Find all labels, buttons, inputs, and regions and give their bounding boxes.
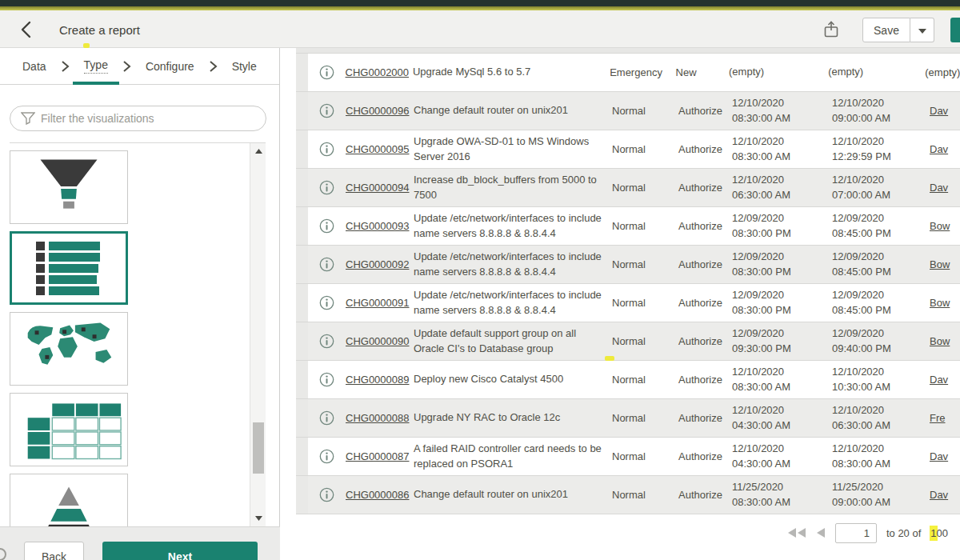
record-number-link[interactable]: CHG0000088 <box>346 412 410 424</box>
cell-assigned-to: Fre <box>930 412 960 424</box>
cell-info <box>308 334 346 350</box>
table-row: CHG0000093 Update /etc/network/interface… <box>296 207 960 246</box>
record-info-button[interactable] <box>319 487 335 503</box>
record-number-link[interactable]: CHG0000096 <box>346 105 410 117</box>
table-row: CHG0000092 Update /etc/network/interface… <box>296 246 960 284</box>
cell-number: CHG0000094 <box>346 182 414 194</box>
viz-type-map[interactable] <box>10 312 128 386</box>
record-number-link[interactable]: CHG0000091 <box>346 297 410 309</box>
assigned-to-link[interactable]: Dav <box>930 489 948 501</box>
cell-priority: Normal <box>612 297 678 309</box>
save-options-button[interactable] <box>910 18 934 42</box>
assigned-to-link[interactable]: Bow <box>930 335 950 347</box>
page-title: Create a report <box>59 23 140 37</box>
info-icon <box>319 295 334 310</box>
viz-type-table[interactable] <box>10 393 128 466</box>
step-style[interactable]: Style <box>232 60 257 73</box>
chevron-down-icon <box>918 29 926 34</box>
record-info-button[interactable] <box>319 218 335 234</box>
cell-priority: Normal <box>612 220 678 232</box>
cell-planned-end-date: 12/10/2020 06:30:00 AM <box>832 403 930 434</box>
record-number-link[interactable]: CHG0000087 <box>346 450 410 462</box>
cell-number: CHG0000093 <box>346 220 414 232</box>
row-lead-strip <box>296 476 308 514</box>
assigned-to-link[interactable]: Dav <box>930 143 948 155</box>
next-button[interactable]: Next <box>102 542 258 560</box>
share-button[interactable] <box>821 20 842 41</box>
cell-state: New <box>676 66 730 78</box>
page-number-input[interactable] <box>835 523 877 543</box>
record-info-button[interactable] <box>319 180 335 196</box>
record-info-button[interactable] <box>319 142 335 158</box>
filter-visualizations-input[interactable] <box>10 106 266 131</box>
cell-priority: Normal <box>612 105 678 117</box>
assigned-to-link[interactable]: Dav <box>930 182 948 194</box>
viz-type-list[interactable] <box>10 231 128 305</box>
first-page-button[interactable] <box>787 528 806 538</box>
triangle-up-icon <box>255 149 262 154</box>
assigned-to-link[interactable]: Bow <box>930 220 950 232</box>
back-button[interactable]: Back <box>24 542 84 560</box>
previous-page-button[interactable] <box>816 528 826 538</box>
record-number-link[interactable]: CHG0000092 <box>346 258 410 270</box>
save-button[interactable]: Save <box>862 18 910 42</box>
info-icon <box>319 218 334 234</box>
record-info-button[interactable] <box>319 334 335 350</box>
table-row: CHG0000089 Deploy new Cisco Catalyst 450… <box>296 361 960 399</box>
scrollbar-thumb[interactable] <box>253 422 264 474</box>
cell-number: CHG0000087 <box>346 450 414 462</box>
record-number-link[interactable]: CHG0000095 <box>346 143 410 155</box>
record-info-button[interactable] <box>318 65 334 81</box>
wizard-steps: Data Type Configure Style <box>0 48 279 85</box>
record-number-link[interactable]: CHG0000093 <box>346 220 410 232</box>
assigned-to-link[interactable]: Bow <box>930 297 950 309</box>
assigned-to-link[interactable]: Fre <box>930 412 946 424</box>
cell-state: Authorize <box>678 374 732 386</box>
cell-planned-start-date: 12/10/2020 08:30:00 AM <box>732 365 832 395</box>
cell-planned-end-date: (empty) <box>828 65 925 80</box>
run-button-partial[interactable] <box>950 18 960 42</box>
record-info-button[interactable] <box>319 410 335 426</box>
assigned-to-link[interactable]: Dav <box>930 450 948 462</box>
cell-priority: Normal <box>612 412 678 424</box>
step-data[interactable]: Data <box>22 60 46 73</box>
cell-info <box>308 142 346 158</box>
record-info-button[interactable] <box>319 372 335 388</box>
record-number-link[interactable]: CHG0000089 <box>346 374 410 386</box>
record-info-button[interactable] <box>319 103 335 119</box>
scroll-up-button[interactable] <box>250 145 266 158</box>
viz-type-funnel[interactable] <box>10 150 128 224</box>
info-icon <box>319 449 334 464</box>
assigned-to-link[interactable]: Dav <box>930 374 948 386</box>
pagination-bar: to 20 of 100 <box>296 518 960 547</box>
step-type[interactable]: Type <box>84 58 108 74</box>
record-number-link[interactable]: CHG0000094 <box>346 182 410 194</box>
cell-assigned-to: (empty) <box>925 66 960 78</box>
info-icon <box>319 180 334 195</box>
record-info-button[interactable] <box>319 257 335 273</box>
row-lead-strip <box>296 246 308 283</box>
cell-planned-start-date: (empty) <box>729 65 828 80</box>
cell-info <box>308 218 346 234</box>
total-rows-label: 100 <box>930 527 948 539</box>
cell-priority: Normal <box>612 143 678 155</box>
cell-number: CHG0000089 <box>346 374 414 386</box>
assigned-to-link[interactable]: Bow <box>930 258 950 270</box>
record-info-button[interactable] <box>319 295 335 311</box>
chevron-right-icon <box>122 61 131 72</box>
record-info-button[interactable] <box>319 449 335 465</box>
record-number-link[interactable]: CHG0000090 <box>346 335 410 347</box>
record-number-link[interactable]: CHG0002000 <box>346 66 410 78</box>
viz-type-pyramid[interactable] <box>10 474 128 526</box>
help-icon-partial[interactable] <box>0 548 6 560</box>
record-number-link[interactable]: CHG0000086 <box>346 489 410 501</box>
list-chart-icon <box>12 234 126 302</box>
assigned-to-link[interactable]: (empty) <box>925 66 960 78</box>
cell-assigned-to: Bow <box>930 297 960 309</box>
assigned-to-link[interactable]: Dav <box>930 105 948 117</box>
cell-assigned-to: Dav <box>930 374 960 386</box>
scroll-down-button[interactable] <box>250 512 266 525</box>
step-configure[interactable]: Configure <box>146 60 194 73</box>
back-navigation-button[interactable] <box>14 19 38 42</box>
cell-state: Authorize <box>678 297 732 309</box>
